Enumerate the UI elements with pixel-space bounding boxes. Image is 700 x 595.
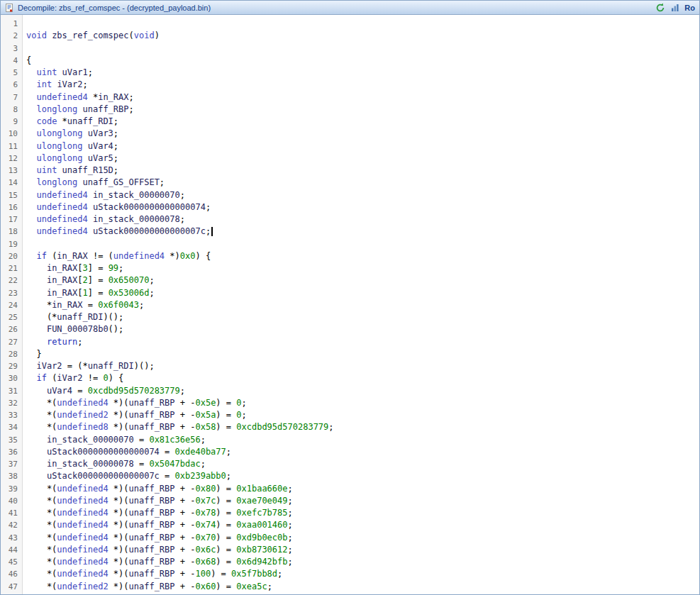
titlebar[interactable]: Decompile: zbs_ref_comspec - (decrypted_… [1,1,699,15]
code-line[interactable]: uint unaff_R15D; [26,165,699,177]
line-number: 2 [1,30,18,42]
line-number: 35 [1,434,18,446]
line-number: 24 [1,299,18,311]
line-number: 33 [1,409,18,421]
line-number: 18 [1,226,18,238]
line-number: 13 [1,165,18,177]
line-number: 12 [1,152,18,165]
code-line[interactable]: undefined4 uStack0000000000000074; [26,201,699,213]
line-number: 7 [1,91,18,104]
code-line[interactable]: *(undefined2 *)(unaff_RBP + -0x60) = 0xe… [26,581,699,593]
line-number: 20 [1,250,18,262]
code-line[interactable]: *(undefined4 *)(unaff_RBP + -0x78) = 0xe… [26,507,699,519]
code-lines[interactable]: void zbs_ref_comspec(void){ uint uVar1; … [23,15,699,594]
line-number: 44 [1,544,18,556]
code-line[interactable]: if (iVar2 != 0) { [26,372,699,384]
code-line[interactable]: *(undefined8 *)(unaff_RBP + -0x58) = 0xc… [26,421,699,433]
code-line[interactable]: } [26,348,699,360]
code-line[interactable]: *(undefined4 *)(unaff_RBP + -0x7c) = 0xa… [26,495,699,507]
line-number: 11 [1,140,18,152]
code-line[interactable]: in_RAX[3] = 99; [26,262,699,274]
code-line[interactable]: *(undefined4 *)(unaff_RBP + -0x68) = 0x6… [26,556,699,568]
code-line[interactable] [26,18,699,30]
code-line[interactable]: uStack000000000000007c = 0xb239abb0; [26,470,699,482]
line-number: 28 [1,348,18,360]
code-line[interactable]: void zbs_ref_comspec(void) [26,30,699,42]
code-line[interactable]: { [26,55,699,67]
code-line[interactable]: *(undefined4 *)(unaff_RBP + -0x74) = 0xa… [26,519,699,531]
line-number: 37 [1,458,18,470]
decompile-window: Decompile: zbs_ref_comspec - (decrypted_… [0,0,700,595]
titlebar-toolbar: Ro [655,2,695,13]
line-number-gutter: 1234567891011121314151617181920212223242… [1,15,23,594]
line-number: 6 [1,79,18,91]
code-line[interactable]: in_stack_00000078 = 0x5047bdac; [26,458,699,470]
code-line[interactable]: uStack0000000000000074 = 0xde40ba77; [26,446,699,458]
line-number: 1 [1,18,18,30]
line-number: 47 [1,581,18,593]
code-line[interactable]: (*unaff_RDI)(); [26,311,699,323]
window-title: Decompile: zbs_ref_comspec - (decrypted_… [18,4,651,12]
code-line[interactable]: return; [26,336,699,348]
code-line[interactable]: undefined4 uStack000000000000007c; [26,226,699,238]
line-number: 22 [1,274,18,287]
line-number: 17 [1,213,18,226]
code-line[interactable]: undefined4 in_stack_00000078; [26,213,699,226]
line-number: 38 [1,470,18,482]
line-number: 15 [1,189,18,201]
code-line[interactable]: *(undefined4 *)(unaff_RBP + -100) = 0x5f… [26,568,699,580]
line-number: 10 [1,128,18,140]
line-number: 3 [1,43,18,55]
code-line[interactable]: *(undefined2 *)(unaff_RBP + -0x5a) = 0; [26,409,699,421]
line-number: 21 [1,262,18,274]
line-number: 26 [1,323,18,335]
text-caret [211,227,213,236]
line-number: 27 [1,336,18,348]
line-number: 39 [1,483,18,495]
code-line[interactable]: ulonglong uVar4; [26,140,699,152]
code-line[interactable] [26,238,699,250]
line-number: 23 [1,287,18,299]
code-line[interactable]: *(undefined4 *)(unaff_RBP + -0x5e) = 0; [26,397,699,409]
code-line[interactable]: *in_RAX = 0x6f0043; [26,299,699,311]
code-line[interactable]: *(undefined4 *)(unaff_RBP + -0x70) = 0xd… [26,532,699,544]
code-line[interactable]: code *unaff_RDI; [26,116,699,128]
code-line[interactable]: ulonglong uVar5; [26,152,699,165]
code-line[interactable]: FUN_000078b0(); [26,323,699,335]
toolbar-label-ro[interactable]: Ro [684,4,695,12]
code-line[interactable]: undefined4 *in_RAX; [26,91,699,104]
line-number: 8 [1,104,18,116]
code-line[interactable]: uint uVar1; [26,67,699,79]
line-number: 41 [1,507,18,519]
code-line[interactable]: if (in_RAX != (undefined4 *)0x0) { [26,250,699,262]
code-line[interactable]: longlong unaff_RBP; [26,104,699,116]
line-number: 5 [1,67,18,79]
line-number: 43 [1,532,18,544]
code-line[interactable]: in_stack_00000070 = 0x81c36e56; [26,434,699,446]
code-line[interactable]: in_RAX[1] = 0x53006d; [26,287,699,299]
line-number: 42 [1,519,18,531]
code-line[interactable]: undefined4 in_stack_00000070; [26,189,699,201]
line-number: 32 [1,397,18,409]
line-number: 45 [1,556,18,568]
decompiler-icon [4,2,14,13]
line-number: 19 [1,238,18,250]
code-line[interactable]: longlong unaff_GS_OFFSET; [26,177,699,189]
code-line[interactable] [26,43,699,55]
code-line[interactable]: iVar2 = (*unaff_RDI)(); [26,360,699,372]
line-number: 46 [1,568,18,580]
line-number: 16 [1,201,18,213]
line-number: 9 [1,116,18,128]
refresh-icon[interactable] [655,2,665,13]
line-number: 25 [1,311,18,323]
code-line[interactable]: *(undefined4 *)(unaff_RBP + -0x80) = 0x1… [26,483,699,495]
code-line[interactable]: ulonglong uVar3; [26,128,699,140]
line-number: 31 [1,385,18,397]
graph-icon[interactable] [670,2,680,13]
code-line[interactable]: in_RAX[2] = 0x650070; [26,274,699,287]
line-number: 34 [1,421,18,433]
code-line[interactable]: uVar4 = 0xcdbd95d570283779; [26,385,699,397]
code-line[interactable]: *(undefined4 *)(unaff_RBP + -0x6c) = 0xb… [26,544,699,556]
code-line[interactable]: int iVar2; [26,79,699,91]
line-number: 4 [1,55,18,67]
